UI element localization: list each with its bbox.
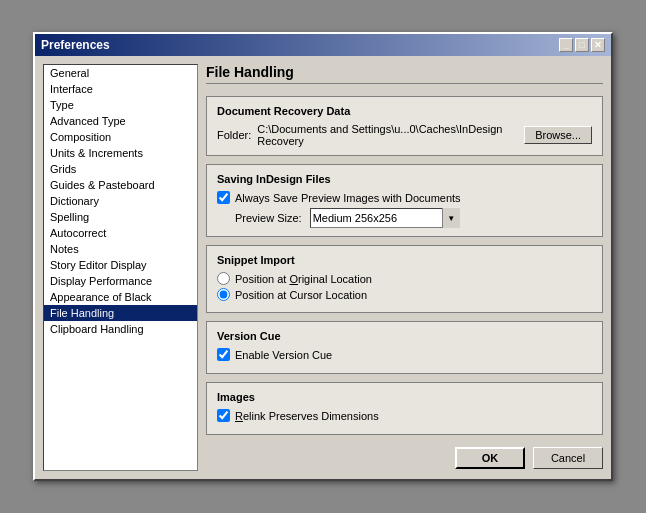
original-location-radio[interactable] [217, 272, 230, 285]
enable-version-cue-checkbox[interactable] [217, 348, 230, 361]
sidebar-item-general[interactable]: General [44, 65, 197, 81]
preview-size-select[interactable]: Small 64x64Medium 256x256Large 512x512Ex… [310, 208, 460, 228]
content-panel: File Handling Document Recovery Data Fol… [206, 64, 603, 471]
maximize-button[interactable]: □ [575, 38, 589, 52]
sidebar-item-grids[interactable]: Grids [44, 161, 197, 177]
snippet-import-section: Snippet Import Position at Original Loca… [206, 245, 603, 313]
cursor-location-label: Position at Cursor Location [235, 289, 367, 301]
document-recovery-section: Document Recovery Data Folder: C:\Docume… [206, 96, 603, 156]
always-save-row: Always Save Preview Images with Document… [217, 191, 592, 204]
sidebar-item-clipboard-handling[interactable]: Clipboard Handling [44, 321, 197, 337]
sidebar-item-file-handling[interactable]: File Handling [44, 305, 197, 321]
folder-path: C:\Documents and Settings\u...0\Caches\I… [257, 123, 518, 147]
enable-version-cue-label[interactable]: Enable Version Cue [235, 349, 332, 361]
images-section: Images Relink Preserves Dimensions [206, 382, 603, 435]
cursor-location-row: Position at Cursor Location [217, 288, 592, 301]
dialog-body: GeneralInterfaceTypeAdvanced TypeComposi… [35, 56, 611, 479]
close-button[interactable]: ✕ [591, 38, 605, 52]
cursor-location-radio[interactable] [217, 288, 230, 301]
preview-size-row: Preview Size: Small 64x64Medium 256x256L… [235, 208, 592, 228]
browse-button[interactable]: Browse... [524, 126, 592, 144]
sidebar-item-units-increments[interactable]: Units & Increments [44, 145, 197, 161]
minimize-button[interactable]: _ [559, 38, 573, 52]
preferences-dialog: Preferences _ □ ✕ GeneralInterfaceTypeAd… [33, 32, 613, 481]
snippet-import-title: Snippet Import [217, 254, 592, 266]
saving-indesign-title: Saving InDesign Files [217, 173, 592, 185]
saving-indesign-section: Saving InDesign Files Always Save Previe… [206, 164, 603, 237]
document-recovery-title: Document Recovery Data [217, 105, 592, 117]
relink-row: Relink Preserves Dimensions [217, 409, 592, 422]
sidebar-item-spelling[interactable]: Spelling [44, 209, 197, 225]
ok-button[interactable]: OK [455, 447, 525, 469]
preview-size-label: Preview Size: [235, 212, 302, 224]
bottom-buttons: OK Cancel [206, 443, 603, 471]
title-bar-buttons: _ □ ✕ [559, 38, 605, 52]
original-location-label: Position at Original Location [235, 273, 372, 285]
preview-size-select-wrapper: Small 64x64Medium 256x256Large 512x512Ex… [310, 208, 460, 228]
enable-version-cue-row: Enable Version Cue [217, 348, 592, 361]
sidebar-item-autocorrect[interactable]: Autocorrect [44, 225, 197, 241]
sidebar-item-story-editor-display[interactable]: Story Editor Display [44, 257, 197, 273]
original-location-row: Position at Original Location [217, 272, 592, 285]
sidebar-item-appearance-of-black[interactable]: Appearance of Black [44, 289, 197, 305]
folder-label: Folder: [217, 129, 251, 141]
always-save-label[interactable]: Always Save Preview Images with Document… [235, 192, 461, 204]
sidebar-item-guides-pasteboard[interactable]: Guides & Pasteboard [44, 177, 197, 193]
title-bar: Preferences _ □ ✕ [35, 34, 611, 56]
images-title: Images [217, 391, 592, 403]
version-cue-section: Version Cue Enable Version Cue [206, 321, 603, 374]
folder-row: Folder: C:\Documents and Settings\u...0\… [217, 123, 592, 147]
panel-title: File Handling [206, 64, 603, 84]
sidebar-item-display-performance[interactable]: Display Performance [44, 273, 197, 289]
sidebar-item-dictionary[interactable]: Dictionary [44, 193, 197, 209]
sidebar: GeneralInterfaceTypeAdvanced TypeComposi… [43, 64, 198, 471]
sidebar-item-notes[interactable]: Notes [44, 241, 197, 257]
relink-checkbox[interactable] [217, 409, 230, 422]
dialog-title: Preferences [41, 38, 110, 52]
relink-label: Relink Preserves Dimensions [235, 410, 379, 422]
sidebar-item-type[interactable]: Type [44, 97, 197, 113]
version-cue-title: Version Cue [217, 330, 592, 342]
cancel-button[interactable]: Cancel [533, 447, 603, 469]
sidebar-item-composition[interactable]: Composition [44, 129, 197, 145]
sidebar-item-advanced-type[interactable]: Advanced Type [44, 113, 197, 129]
sidebar-item-interface[interactable]: Interface [44, 81, 197, 97]
always-save-checkbox[interactable] [217, 191, 230, 204]
